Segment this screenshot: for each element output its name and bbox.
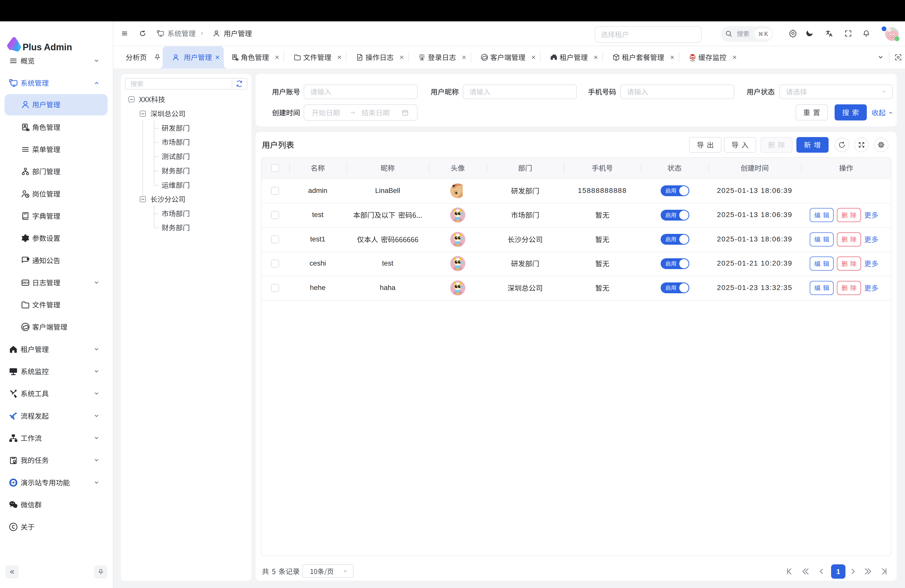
svg-text:redis: redis <box>690 59 695 61</box>
svg-text:DEV: DEV <box>22 281 29 284</box>
